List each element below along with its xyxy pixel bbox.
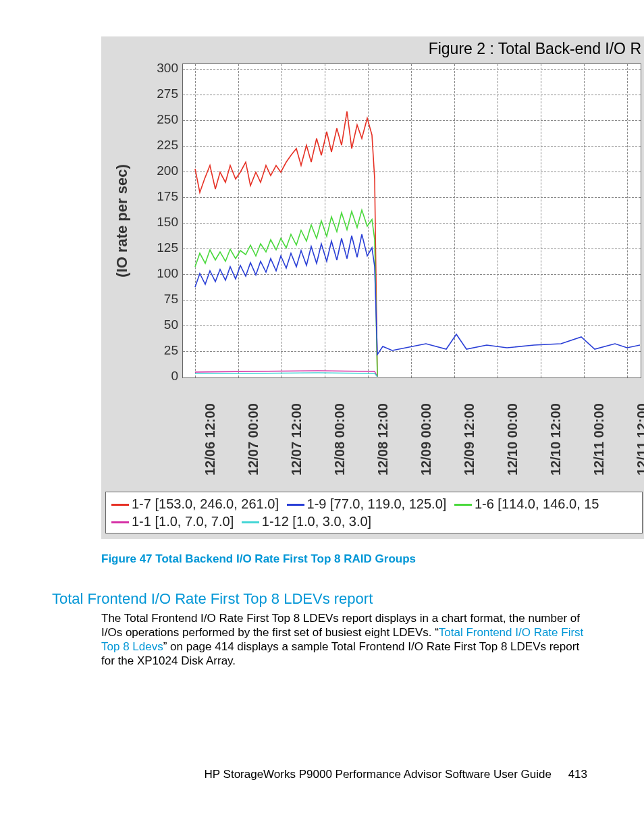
body-paragraph: The Total Frontend I/O Rate First Top 8 … xyxy=(101,611,587,668)
xtick-6: 12/09 12:00 xyxy=(462,388,477,475)
footer-doc-title: HP StorageWorks P9000 Performance Adviso… xyxy=(205,768,552,781)
ytick-3: 75 xyxy=(138,292,178,307)
figure-caption: Figure 47 Total Backend I/O Rate First T… xyxy=(101,552,416,566)
xtick-7: 12/10 00:00 xyxy=(505,388,520,475)
document-page: Figure 2 : Total Back-end I/O R (IO rate… xyxy=(0,0,644,834)
ytick-6: 150 xyxy=(138,215,178,230)
ytick-4: 100 xyxy=(138,266,178,281)
xtick-3: 12/08 00:00 xyxy=(332,388,348,475)
xtick-2: 12/07 12:00 xyxy=(289,388,304,475)
body-text-b: ” on page 414 displays a sample Total Fr… xyxy=(101,640,579,667)
legend-label: 1-7 [153.0, 246.0, 261.0] xyxy=(132,496,279,511)
series-1-9 xyxy=(195,234,640,355)
xtick-8: 12/10 12:00 xyxy=(548,388,564,475)
series-1-12 xyxy=(195,373,377,377)
chart-legend: 1-7 [153.0, 246.0, 261.0] 1-9 [77.0, 119… xyxy=(105,492,643,533)
legend-swatch xyxy=(287,504,304,506)
chart-title: Figure 2 : Total Back-end I/O R xyxy=(101,40,644,58)
xtick-1: 12/07 00:00 xyxy=(246,388,261,475)
legend-label: 1-12 [1.0, 3.0, 3.0] xyxy=(262,514,371,529)
xtick-9: 12/11 00:00 xyxy=(591,388,607,475)
ytick-2: 50 xyxy=(138,317,178,332)
chart-figure: Figure 2 : Total Back-end I/O R (IO rate… xyxy=(101,36,644,539)
ytick-1: 25 xyxy=(138,343,178,358)
legend-swatch xyxy=(111,521,129,523)
legend-swatch xyxy=(242,521,259,523)
ytick-11: 275 xyxy=(138,86,178,101)
xtick-0: 12/06 12:00 xyxy=(203,388,218,475)
legend-label: 1-6 [114.0, 146.0, 15 xyxy=(475,496,599,511)
legend-label: 1-1 [1.0, 7.0, 7.0] xyxy=(132,514,234,529)
page-footer: HP StorageWorks P9000 Performance Adviso… xyxy=(0,768,587,781)
series-1-6 xyxy=(195,210,377,377)
xtick-5: 12/09 00:00 xyxy=(419,388,434,475)
legend-swatch xyxy=(454,504,472,506)
ytick-0: 0 xyxy=(138,369,178,384)
xtick-10: 12/11 12:00 xyxy=(635,388,644,475)
chart-plot-area xyxy=(182,63,641,378)
legend-swatch xyxy=(111,504,129,506)
ytick-9: 225 xyxy=(138,138,178,153)
ytick-12: 300 xyxy=(138,61,178,76)
ytick-5: 125 xyxy=(138,240,178,255)
chart-ylabel: (IO rate per sec) xyxy=(113,63,131,378)
chart-series-svg xyxy=(183,64,640,377)
footer-page-number: 413 xyxy=(568,768,587,781)
xtick-4: 12/08 12:00 xyxy=(375,388,391,475)
ytick-7: 175 xyxy=(138,189,178,204)
legend-label: 1-9 [77.0, 119.0, 125.0] xyxy=(307,496,447,511)
ytick-8: 200 xyxy=(138,163,178,178)
ytick-10: 250 xyxy=(138,112,178,127)
section-heading: Total Frontend I/O Rate First Top 8 LDEV… xyxy=(52,590,373,608)
